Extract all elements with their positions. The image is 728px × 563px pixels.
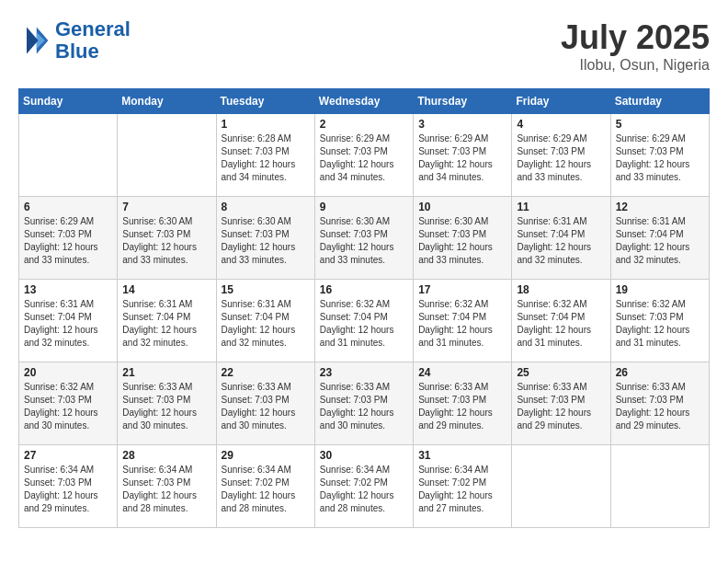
day-info: Sunrise: 6:32 AM Sunset: 7:04 PM Dayligh… <box>517 298 605 350</box>
day-info: Sunrise: 6:30 AM Sunset: 7:03 PM Dayligh… <box>418 215 506 267</box>
day-number: 15 <box>222 283 310 296</box>
calendar-week-2: 6Sunrise: 6:29 AM Sunset: 7:03 PM Daylig… <box>19 197 710 280</box>
calendar-cell: 1Sunrise: 6:28 AM Sunset: 7:03 PM Daylig… <box>216 114 314 197</box>
day-info: Sunrise: 6:34 AM Sunset: 7:02 PM Dayligh… <box>418 464 506 515</box>
calendar-cell: 31Sunrise: 6:34 AM Sunset: 7:02 PM Dayli… <box>414 445 512 528</box>
calendar-week-3: 13Sunrise: 6:31 AM Sunset: 7:04 PM Dayli… <box>19 280 710 362</box>
day-info: Sunrise: 6:34 AM Sunset: 7:03 PM Dayligh… <box>122 464 210 515</box>
day-number: 20 <box>24 366 112 379</box>
calendar-cell: 14Sunrise: 6:31 AM Sunset: 7:04 PM Dayli… <box>118 280 216 362</box>
calendar-cell: 28Sunrise: 6:34 AM Sunset: 7:03 PM Dayli… <box>118 445 216 528</box>
day-info: Sunrise: 6:31 AM Sunset: 7:04 PM Dayligh… <box>222 298 310 350</box>
day-info: Sunrise: 6:32 AM Sunset: 7:03 PM Dayligh… <box>24 381 112 432</box>
day-number: 2 <box>320 118 408 131</box>
day-info: Sunrise: 6:31 AM Sunset: 7:04 PM Dayligh… <box>24 298 112 350</box>
logo-line2: Blue <box>55 40 131 63</box>
calendar-cell: 5Sunrise: 6:29 AM Sunset: 7:03 PM Daylig… <box>610 114 709 197</box>
day-info: Sunrise: 6:33 AM Sunset: 7:03 PM Dayligh… <box>418 381 506 432</box>
day-info: Sunrise: 6:29 AM Sunset: 7:03 PM Dayligh… <box>418 132 506 184</box>
day-info: Sunrise: 6:30 AM Sunset: 7:03 PM Dayligh… <box>222 215 310 267</box>
calendar-cell: 9Sunrise: 6:30 AM Sunset: 7:03 PM Daylig… <box>314 197 413 280</box>
calendar-week-5: 27Sunrise: 6:34 AM Sunset: 7:03 PM Dayli… <box>19 445 710 528</box>
weekday-header-sunday: Sunday <box>19 89 118 114</box>
day-number: 14 <box>122 283 210 296</box>
day-number: 10 <box>418 201 506 213</box>
day-number: 4 <box>517 118 605 131</box>
logo-icon <box>18 24 51 57</box>
day-number: 18 <box>517 283 605 296</box>
day-number: 31 <box>418 449 506 462</box>
day-info: Sunrise: 6:32 AM Sunset: 7:03 PM Dayligh… <box>616 298 704 350</box>
day-info: Sunrise: 6:28 AM Sunset: 7:03 PM Dayligh… <box>222 132 310 184</box>
calendar-cell: 7Sunrise: 6:30 AM Sunset: 7:03 PM Daylig… <box>118 197 216 280</box>
title-block: July 2025 Ilobu, Osun, Nigeria <box>561 18 710 74</box>
day-number: 19 <box>616 283 704 296</box>
calendar-body: 1Sunrise: 6:28 AM Sunset: 7:03 PM Daylig… <box>19 114 710 528</box>
location: Ilobu, Osun, Nigeria <box>561 57 710 74</box>
day-info: Sunrise: 6:33 AM Sunset: 7:03 PM Dayligh… <box>320 381 408 432</box>
day-number: 22 <box>222 366 310 379</box>
calendar-cell: 24Sunrise: 6:33 AM Sunset: 7:03 PM Dayli… <box>414 362 512 445</box>
calendar-cell <box>610 445 709 528</box>
weekday-header-row: SundayMondayTuesdayWednesdayThursdayFrid… <box>19 89 710 114</box>
day-info: Sunrise: 6:30 AM Sunset: 7:03 PM Dayligh… <box>122 215 210 267</box>
calendar-cell: 16Sunrise: 6:32 AM Sunset: 7:04 PM Dayli… <box>314 280 413 362</box>
day-info: Sunrise: 6:31 AM Sunset: 7:04 PM Dayligh… <box>517 215 605 267</box>
day-number: 27 <box>24 449 112 462</box>
day-number: 23 <box>320 366 408 379</box>
day-number: 8 <box>222 201 310 213</box>
day-info: Sunrise: 6:33 AM Sunset: 7:03 PM Dayligh… <box>222 381 310 432</box>
page-header: General Blue July 2025 Ilobu, Osun, Nige… <box>18 18 710 74</box>
logo-text: General Blue <box>55 18 131 63</box>
day-number: 1 <box>222 118 310 131</box>
calendar-cell: 12Sunrise: 6:31 AM Sunset: 7:04 PM Dayli… <box>610 197 709 280</box>
calendar-cell: 30Sunrise: 6:34 AM Sunset: 7:02 PM Dayli… <box>314 445 413 528</box>
calendar-cell <box>512 445 610 528</box>
logo-line1: General <box>55 18 131 40</box>
calendar-cell: 10Sunrise: 6:30 AM Sunset: 7:03 PM Dayli… <box>414 197 512 280</box>
day-info: Sunrise: 6:30 AM Sunset: 7:03 PM Dayligh… <box>320 215 408 267</box>
day-number: 5 <box>616 118 704 131</box>
day-info: Sunrise: 6:34 AM Sunset: 7:02 PM Dayligh… <box>320 464 408 515</box>
calendar-cell: 15Sunrise: 6:31 AM Sunset: 7:04 PM Dayli… <box>216 280 314 362</box>
day-number: 29 <box>222 449 310 462</box>
weekday-header-thursday: Thursday <box>414 89 512 114</box>
calendar-header: SundayMondayTuesdayWednesdayThursdayFrid… <box>19 89 710 114</box>
weekday-header-tuesday: Tuesday <box>216 89 314 114</box>
day-number: 3 <box>418 118 506 131</box>
calendar-cell: 3Sunrise: 6:29 AM Sunset: 7:03 PM Daylig… <box>414 114 512 197</box>
day-number: 25 <box>517 366 605 379</box>
weekday-header-saturday: Saturday <box>610 89 709 114</box>
day-info: Sunrise: 6:31 AM Sunset: 7:04 PM Dayligh… <box>122 298 210 350</box>
calendar-cell: 13Sunrise: 6:31 AM Sunset: 7:04 PM Dayli… <box>19 280 118 362</box>
calendar-cell: 6Sunrise: 6:29 AM Sunset: 7:03 PM Daylig… <box>19 197 118 280</box>
calendar-cell: 8Sunrise: 6:30 AM Sunset: 7:03 PM Daylig… <box>216 197 314 280</box>
day-number: 24 <box>418 366 506 379</box>
calendar-cell: 26Sunrise: 6:33 AM Sunset: 7:03 PM Dayli… <box>610 362 709 445</box>
calendar-cell: 4Sunrise: 6:29 AM Sunset: 7:03 PM Daylig… <box>512 114 610 197</box>
day-info: Sunrise: 6:29 AM Sunset: 7:03 PM Dayligh… <box>24 215 112 267</box>
weekday-header-monday: Monday <box>118 89 216 114</box>
logo: General Blue <box>18 18 131 63</box>
calendar-week-1: 1Sunrise: 6:28 AM Sunset: 7:03 PM Daylig… <box>19 114 710 197</box>
calendar-cell <box>19 114 118 197</box>
day-info: Sunrise: 6:29 AM Sunset: 7:03 PM Dayligh… <box>517 132 605 184</box>
calendar-cell: 22Sunrise: 6:33 AM Sunset: 7:03 PM Dayli… <box>216 362 314 445</box>
day-info: Sunrise: 6:33 AM Sunset: 7:03 PM Dayligh… <box>122 381 210 432</box>
day-info: Sunrise: 6:31 AM Sunset: 7:04 PM Dayligh… <box>616 215 704 267</box>
day-number: 17 <box>418 283 506 296</box>
calendar-cell <box>118 114 216 197</box>
day-number: 9 <box>320 201 408 213</box>
day-info: Sunrise: 6:34 AM Sunset: 7:03 PM Dayligh… <box>24 464 112 515</box>
day-number: 30 <box>320 449 408 462</box>
calendar-cell: 11Sunrise: 6:31 AM Sunset: 7:04 PM Dayli… <box>512 197 610 280</box>
day-info: Sunrise: 6:29 AM Sunset: 7:03 PM Dayligh… <box>320 132 408 184</box>
calendar-cell: 18Sunrise: 6:32 AM Sunset: 7:04 PM Dayli… <box>512 280 610 362</box>
day-number: 12 <box>616 201 704 213</box>
day-number: 28 <box>122 449 210 462</box>
day-number: 13 <box>24 283 112 296</box>
svg-marker-2 <box>27 28 39 54</box>
day-info: Sunrise: 6:29 AM Sunset: 7:03 PM Dayligh… <box>616 132 704 184</box>
day-info: Sunrise: 6:33 AM Sunset: 7:03 PM Dayligh… <box>517 381 605 432</box>
day-info: Sunrise: 6:32 AM Sunset: 7:04 PM Dayligh… <box>418 298 506 350</box>
